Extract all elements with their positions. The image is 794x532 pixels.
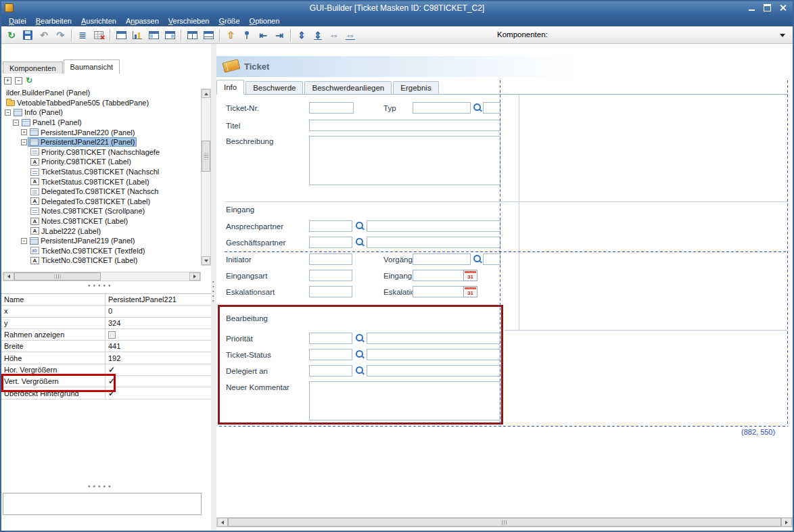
check-icon[interactable]: ✓ [108,389,115,397]
match-width-all-button[interactable]: ⇔ [342,28,358,43]
ansprechpartner-lookup-icon[interactable] [355,221,365,231]
check-icon[interactable]: ✓ [108,377,115,385]
scroll-right-button[interactable] [189,272,200,281]
menu-optionen[interactable]: Optionen [245,16,285,26]
tab-komponenten[interactable]: Komponenten [3,62,63,74]
typ-key-input[interactable] [483,102,500,114]
property-value[interactable]: 0 [106,306,211,316]
tree-item[interactable]: DelegatedTo.C98TICKET (Label) [3,197,200,207]
scroll-right-button[interactable] [781,518,792,527]
move-right-button[interactable]: ⇥ [271,28,287,43]
tree-item[interactable]: −Panel1 (Panel) [3,118,200,128]
scroll-up-button[interactable] [202,89,210,98]
tree-item[interactable]: VetoableTabbedPane505 (TabbedPane) [3,98,200,108]
form-tab-ergebnis[interactable]: Ergebnis [393,81,438,94]
undo-button[interactable]: ↶ [36,28,52,43]
tree-item[interactable]: −PersistentJPanel221 (Panel) [3,137,200,147]
form-tab-beschwerde[interactable]: Beschwerde [246,81,303,94]
split-columns-button[interactable] [184,28,200,43]
collapse-icon[interactable]: − [5,110,11,116]
tree-item[interactable]: TicketNo.C98TICKET (Textfeld) [3,246,200,256]
checkbox-icon[interactable] [108,331,116,339]
eingangsart-input[interactable] [309,270,352,281]
collapse-icon[interactable]: − [13,120,19,126]
typ-lookup-icon[interactable] [473,103,482,112]
property-value[interactable]: 324 [106,318,211,329]
menu-gre[interactable]: Größe [214,16,244,26]
scrollbar-thumb[interactable] [228,518,781,527]
eskalation-date-input[interactable] [413,286,464,297]
beschreibung-textarea[interactable] [309,136,500,185]
tree-item[interactable]: −PersistentJPanel219 (Panel) [3,236,200,246]
match-height-button[interactable]: ⇕ [294,28,310,43]
split-rows-button[interactable] [200,28,216,43]
geschaeftspartner-lookup-icon[interactable] [355,237,365,247]
match-width-button[interactable]: ⇔ [326,28,342,43]
tree-item[interactable]: Priority.C98TICKET (Nachschlagefe [3,147,200,158]
title-bar[interactable]: GUI-Builder [Ticket Masken ID: C98TICKET… [1,1,793,15]
tab-baumansicht[interactable]: Baumansicht [64,59,120,74]
chart-button[interactable] [129,28,145,43]
collapse-all-button[interactable]: − [15,77,22,84]
eingang-date-input[interactable] [413,270,464,281]
maximize-icon[interactable] [763,3,772,12]
vorgaenger-lookup-icon[interactable] [473,254,482,264]
property-value[interactable]: ✓ [106,387,211,398]
panel-right-button[interactable] [162,28,178,43]
vorgaenger-input[interactable] [413,253,471,265]
form-tab-beschwerdeanliegen[interactable]: Beschwerdeanliegen [304,81,392,94]
deploy-button[interactable]: ⇧ [223,28,239,43]
components-dropdown[interactable] [776,29,789,41]
tree-item[interactable]: TicketNo.C98TICKET (Label) [3,256,200,266]
collapse-icon[interactable]: − [21,139,27,145]
menu-datei[interactable]: Datei [4,16,31,26]
geschaeftspartner-code-input[interactable] [309,237,352,248]
menu-bearbeiten[interactable]: Bearbeiten [31,16,76,26]
property-value[interactable]: PersistentJPanel221 [106,294,211,305]
ansprechpartner-code-input[interactable] [309,220,352,232]
menu-ausrichten[interactable]: Ausrichten [76,16,121,26]
scroll-down-button[interactable] [202,256,210,265]
move-left-button[interactable]: ⇤ [255,28,271,43]
property-value[interactable]: 441 [106,341,211,352]
form-tab-info[interactable]: Info [216,80,244,95]
save-button[interactable] [20,28,36,43]
scrollbar-thumb[interactable] [202,141,210,172]
ansprechpartner-name-input[interactable] [367,220,500,232]
titel-input[interactable] [309,120,500,131]
form-horizontal-scrollbar[interactable] [216,517,793,527]
expand-icon[interactable]: + [21,129,27,135]
eskalation-calendar-button[interactable]: 31 [463,286,477,297]
tab-order-button[interactable]: ≣ [74,28,91,43]
minimize-icon[interactable] [747,3,756,12]
match-height-all-button[interactable]: ⇕ [310,28,326,43]
vorgaenger-key-input[interactable] [483,253,500,265]
check-icon[interactable]: ✓ [108,366,115,374]
delete-component-button[interactable] [91,28,107,43]
expand-all-button[interactable]: + [4,77,11,84]
scrollbar-track[interactable] [101,272,189,281]
property-value[interactable]: 192 [106,352,211,363]
eskalationsart-input[interactable] [309,286,352,297]
tree-horizontal-scrollbar[interactable] [3,272,201,281]
redo-button[interactable]: ↷ [52,28,68,43]
geschaeftspartner-name-input[interactable] [367,237,500,248]
scroll-left-button[interactable] [3,272,14,281]
typ-input[interactable] [413,102,471,114]
tree-item[interactable]: TicketStatus.C98TICKET (Nachschl [3,167,200,177]
tree-item[interactable]: TicketStatus.C98TICKET (Label) [3,176,200,187]
property-value[interactable] [106,329,211,340]
tree-item[interactable]: Notes.C98TICKET (Scrollpane) [3,206,200,216]
property-value[interactable]: ✓ [106,364,211,375]
tree-item[interactable]: JLabel222 (Label) [3,226,200,236]
menu-verschieben[interactable]: Verschieben [164,16,214,26]
tree-item[interactable]: ilder.BuilderPanel (Panel) [3,88,200,98]
splitter-handle[interactable] [88,484,129,489]
close-icon[interactable] [778,3,787,12]
ticket-nr-input[interactable] [309,102,354,114]
tree-item[interactable]: −Info (Panel) [3,107,200,118]
form-window-button[interactable] [113,28,129,43]
refresh-tree-button[interactable]: ↻ [26,76,32,85]
tree-item[interactable]: +PersistentJPanel220 (Panel) [3,127,200,137]
tree-vertical-scrollbar[interactable] [201,89,211,266]
